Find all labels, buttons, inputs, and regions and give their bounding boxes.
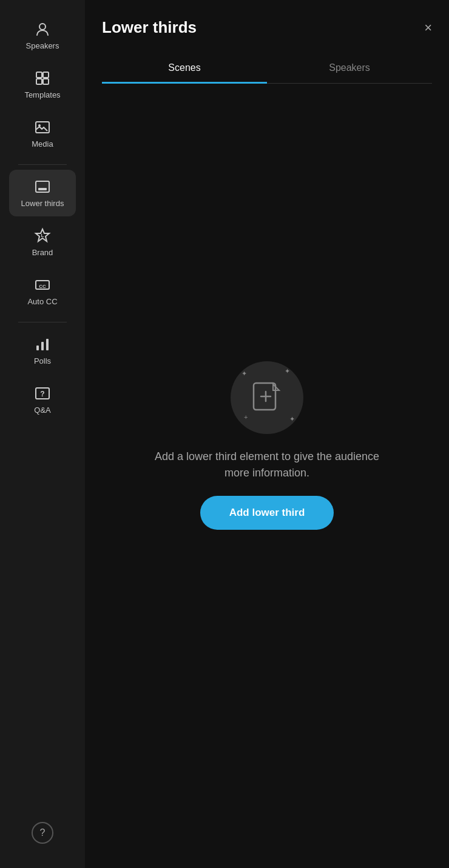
polls-icon <box>34 336 51 353</box>
sidebar-item-brand-label: Brand <box>32 248 53 257</box>
svg-point-0 <box>39 24 46 30</box>
sidebar-item-auto-cc[interactable]: CC Auto CC <box>9 268 76 315</box>
svg-rect-2 <box>43 72 49 78</box>
empty-state-description: Add a lower third element to give the au… <box>152 449 382 481</box>
lower-thirds-icon <box>34 178 51 195</box>
svg-rect-1 <box>36 72 42 78</box>
svg-rect-7 <box>36 181 49 192</box>
qna-icon: ? <box>34 385 51 402</box>
add-lower-third-button[interactable]: Add lower third <box>200 496 334 530</box>
sparkle-4: + <box>244 413 248 421</box>
sidebar-item-media-label: Media <box>32 139 53 149</box>
sidebar: Speakers Templates Media <box>0 0 85 868</box>
sidebar-item-brand[interactable]: L Brand <box>9 219 76 265</box>
main-panel: Lower thirds × Scenes Speakers ✦ ✦ ✦ + A… <box>85 0 449 868</box>
close-button[interactable]: × <box>424 21 432 35</box>
main-header: Lower thirds × <box>102 18 432 37</box>
svg-text:L: L <box>41 233 44 238</box>
sidebar-item-speakers[interactable]: Speakers <box>9 12 76 59</box>
sparkle-1: ✦ <box>241 370 247 378</box>
divider-1 <box>18 164 67 165</box>
tab-speakers[interactable]: Speakers <box>267 54 432 84</box>
sidebar-item-speakers-label: Speakers <box>26 41 59 50</box>
sidebar-item-templates-label: Templates <box>24 90 60 99</box>
sparkle-3: ✦ <box>289 415 295 423</box>
sidebar-item-polls[interactable]: Polls <box>9 327 76 374</box>
sidebar-item-qna-label: Q&A <box>34 406 50 415</box>
tabs-container: Scenes Speakers <box>102 54 432 84</box>
svg-rect-8 <box>38 188 47 190</box>
auto-cc-icon: CC <box>34 276 51 293</box>
empty-state-icon-circle: ✦ ✦ ✦ + <box>231 361 303 434</box>
add-file-icon <box>249 379 285 416</box>
speakers-icon <box>34 21 51 38</box>
svg-rect-15 <box>46 339 49 350</box>
sidebar-item-auto-cc-label: Auto CC <box>27 297 57 306</box>
svg-rect-3 <box>36 79 42 84</box>
divider-2 <box>18 322 67 322</box>
tab-scenes[interactable]: Scenes <box>102 54 267 84</box>
templates-icon <box>34 70 51 87</box>
sidebar-item-lower-thirds-label: Lower thirds <box>21 199 64 208</box>
svg-point-6 <box>38 124 41 127</box>
sidebar-item-polls-label: Polls <box>34 356 51 366</box>
page-title: Lower thirds <box>102 18 197 37</box>
brand-icon: L <box>34 227 51 244</box>
sidebar-bottom: ? <box>32 822 53 844</box>
help-button[interactable]: ? <box>32 822 53 844</box>
sidebar-item-templates[interactable]: Templates <box>9 61 76 108</box>
svg-text:CC: CC <box>39 284 46 289</box>
help-icon: ? <box>40 827 46 838</box>
media-icon <box>34 119 51 136</box>
svg-rect-13 <box>36 346 39 350</box>
sidebar-item-lower-thirds[interactable]: Lower thirds <box>9 170 76 216</box>
sidebar-item-media[interactable]: Media <box>9 110 76 157</box>
sparkle-2: ✦ <box>285 367 290 375</box>
empty-state: ✦ ✦ ✦ + Add a lower third element to giv… <box>102 84 432 868</box>
svg-rect-4 <box>43 79 49 84</box>
svg-rect-14 <box>41 342 44 350</box>
svg-text:?: ? <box>40 390 44 398</box>
sidebar-item-qna[interactable]: ? Q&A <box>9 376 76 423</box>
